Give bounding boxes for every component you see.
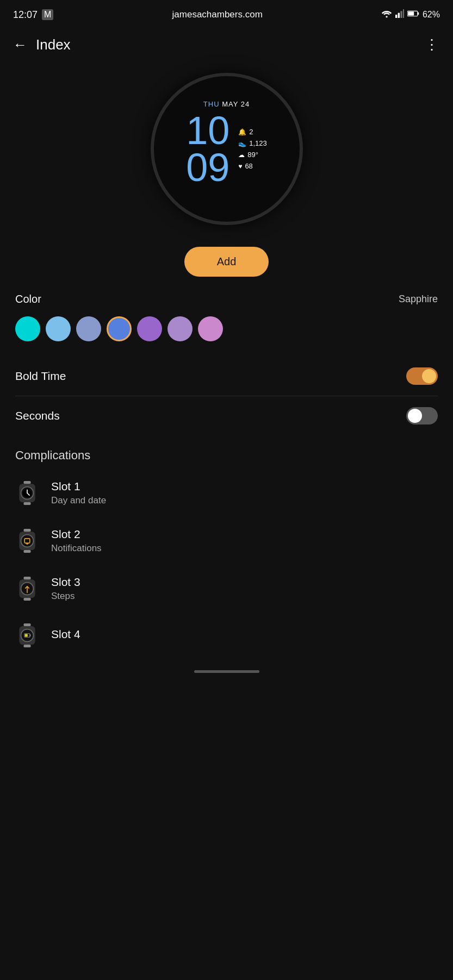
weather-icon: ☁	[238, 151, 245, 159]
slot-3-info: Slot 3 Steps	[51, 576, 80, 602]
email-icon: M	[42, 9, 53, 20]
bold-time-row: Bold Time	[15, 357, 438, 396]
svg-rect-9	[23, 502, 30, 505]
color-swatch-cyan[interactable]	[15, 316, 40, 341]
status-left: 12:07 M	[13, 9, 53, 21]
svg-rect-4	[403, 9, 404, 18]
slot-3-value: Steps	[51, 591, 80, 602]
watch-time: 10 09	[186, 112, 229, 186]
slot-3-item[interactable]: Slot 3 Steps	[0, 565, 453, 613]
svg-rect-23	[23, 598, 30, 601]
battery-percent: 62%	[423, 10, 440, 20]
svg-rect-1	[395, 15, 397, 18]
color-swatch-violet[interactable]	[137, 316, 162, 341]
slot-1-name: Slot 1	[51, 480, 106, 493]
status-domain: jamesachambers.com	[172, 9, 263, 20]
seconds-toggle[interactable]	[406, 407, 438, 425]
color-swatch-pink-purple[interactable]	[198, 316, 223, 341]
svg-point-18	[21, 535, 34, 547]
slot-2-value: Notifications	[51, 543, 102, 554]
color-row: Color Sapphire	[15, 293, 438, 305]
slot-4-item[interactable]: Slot 4	[0, 613, 453, 658]
back-button[interactable]: ←	[13, 36, 27, 53]
color-swatch-periwinkle[interactable]	[76, 316, 101, 341]
svg-rect-2	[398, 13, 400, 18]
bold-time-label: Bold Time	[15, 370, 66, 383]
svg-rect-3	[400, 11, 402, 18]
bold-time-toggle[interactable]	[406, 367, 438, 385]
seconds-label: Seconds	[15, 409, 60, 422]
svg-rect-26	[23, 623, 30, 626]
steps-value: 1,123	[249, 139, 267, 147]
color-swatch-sapphire[interactable]	[107, 316, 132, 341]
watch-face: THU MAY 24 10 09 🔔 2 👟 1,123 ☁ 89°	[151, 73, 303, 225]
color-swatch-light-blue[interactable]	[46, 316, 71, 341]
slot-4-info: Slot 4	[51, 628, 80, 643]
watch-date: THU MAY 24	[203, 100, 250, 108]
heart-value: 68	[245, 162, 252, 170]
watch-stat-heart: ♥ 68	[238, 162, 267, 170]
svg-rect-16	[23, 550, 30, 553]
watch-hour: 10	[186, 112, 229, 149]
svg-rect-6	[418, 13, 419, 15]
bold-time-knob	[422, 369, 436, 383]
color-label: Color	[15, 293, 41, 305]
header-left: ← Index	[13, 36, 71, 53]
watch-stat-weather: ☁ 89°	[238, 151, 267, 159]
slot-1-info: Slot 1 Day and date	[51, 480, 106, 506]
add-button-container: Add	[0, 241, 453, 293]
status-time: 12:07	[13, 9, 38, 21]
notifications-value: 2	[249, 128, 253, 136]
status-right: 62%	[381, 9, 440, 20]
svg-rect-31	[30, 634, 31, 636]
page-title: Index	[36, 36, 71, 53]
header: ← Index ⋮	[0, 27, 453, 62]
slot-1-value: Day and date	[51, 495, 106, 506]
watch-stat-notifications: 🔔 2	[238, 128, 267, 136]
home-indicator	[194, 670, 259, 673]
svg-rect-22	[23, 577, 30, 579]
slot-4-name: Slot 4	[51, 628, 80, 641]
watch-minute: 09	[186, 149, 229, 186]
bottom-bar	[0, 664, 453, 679]
watch-inner: 10 09 🔔 2 👟 1,123 ☁ 89° ♥ 68	[186, 112, 267, 186]
watch-day: THU	[203, 100, 220, 108]
slot-3-name: Slot 3	[51, 576, 80, 589]
watch-preview-container: THU MAY 24 10 09 🔔 2 👟 1,123 ☁ 89°	[0, 62, 453, 241]
color-swatch-lavender[interactable]	[167, 316, 193, 341]
slot-2-name: Slot 2	[51, 528, 102, 541]
wifi-icon	[381, 9, 392, 20]
svg-rect-32	[25, 634, 28, 637]
steps-icon: 👟	[238, 140, 246, 147]
slot-2-item[interactable]: Slot 2 Notifications	[0, 517, 453, 565]
heart-icon: ♥	[238, 163, 242, 170]
slot-2-info: Slot 2 Notifications	[51, 528, 102, 554]
color-section: Color Sapphire Bold Time Seconds	[0, 293, 453, 435]
slot-1-icon	[15, 481, 39, 505]
battery-icon	[407, 10, 419, 20]
watch-stats: 🔔 2 👟 1,123 ☁ 89° ♥ 68	[238, 128, 267, 170]
seconds-knob	[408, 409, 422, 423]
signal-icon	[395, 9, 404, 20]
watch-stat-steps: 👟 1,123	[238, 139, 267, 147]
watch-month-day: MAY 24	[222, 100, 250, 108]
seconds-row: Seconds	[15, 396, 438, 435]
slot-3-icon	[15, 577, 39, 601]
svg-point-0	[386, 16, 387, 17]
status-bar: 12:07 M jamesachambers.com	[0, 0, 453, 27]
svg-rect-27	[23, 645, 30, 647]
more-menu-button[interactable]: ⋮	[425, 36, 440, 53]
weather-value: 89°	[247, 151, 258, 159]
svg-rect-8	[23, 481, 30, 484]
color-swatches	[15, 316, 438, 341]
add-button[interactable]: Add	[184, 247, 269, 277]
complications-header: Complications	[0, 435, 453, 469]
slot-1-item[interactable]: Slot 1 Day and date	[0, 469, 453, 517]
bell-icon: 🔔	[238, 128, 246, 136]
slot-4-icon	[15, 623, 39, 647]
slot-2-icon	[15, 529, 39, 553]
svg-rect-7	[408, 11, 414, 15]
svg-rect-15	[23, 529, 30, 532]
color-selected-name: Sapphire	[399, 294, 438, 305]
